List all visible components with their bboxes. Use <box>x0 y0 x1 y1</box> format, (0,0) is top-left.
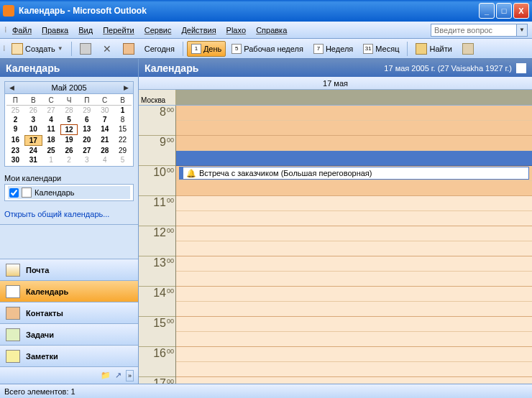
week-label: Неделя <box>326 45 353 53</box>
date-cell[interactable]: 12 <box>60 124 78 135</box>
date-cell[interactable]: 30 <box>96 106 114 115</box>
print-button[interactable] <box>75 41 96 57</box>
nav-calendar[interactable]: Календарь <box>0 280 138 302</box>
date-cell[interactable]: 2 <box>60 155 78 165</box>
calendar-pane-title: Календарь <box>145 63 198 74</box>
nav-mail[interactable]: Почта <box>0 259 138 280</box>
workweek-icon: 5 <box>231 44 242 54</box>
nav-notes[interactable]: Заметки <box>0 345 138 366</box>
date-cell[interactable]: 17 <box>24 135 42 146</box>
appointment-subject: Встреча с заказчиком (Большая переговорн… <box>199 169 372 177</box>
date-cell[interactable]: 28 <box>96 146 114 155</box>
date-cell[interactable]: 1 <box>114 106 132 115</box>
date-cell[interactable]: 9 <box>6 124 24 135</box>
today-button[interactable]: Сегодня <box>140 41 179 57</box>
calendar-list-item[interactable]: Календарь <box>8 186 130 199</box>
time-scale: 80090010001100120013001400150016001700 <box>139 106 176 384</box>
reminder-icon: 🔔 <box>186 169 196 178</box>
print-icon <box>80 43 91 55</box>
date-cell[interactable]: 25 <box>42 146 60 155</box>
app-icon <box>3 5 14 17</box>
date-cell[interactable]: 11 <box>42 124 60 135</box>
date-cell[interactable]: 5 <box>114 155 132 165</box>
menu-go[interactable]: Перейти <box>98 24 139 37</box>
date-cell[interactable]: 26 <box>60 146 78 155</box>
date-cell[interactable]: 27 <box>78 146 96 155</box>
date-cell[interactable]: 6 <box>78 115 96 124</box>
date-cell[interactable]: 22 <box>114 135 132 146</box>
new-button[interactable]: Создать▼ <box>7 41 68 57</box>
help-search-dropdown[interactable]: ▼ <box>517 24 528 37</box>
calendar-header-icon[interactable] <box>516 63 526 73</box>
date-cell[interactable]: 18 <box>42 135 60 146</box>
date-cell[interactable]: 31 <box>24 155 42 165</box>
menu-help[interactable]: Справка <box>251 24 292 37</box>
date-cell[interactable]: 14 <box>96 124 114 135</box>
address-book-button[interactable] <box>458 41 478 57</box>
date-cell[interactable]: 15 <box>114 124 132 135</box>
date-picker[interactable]: ПВСЧПСВ 25262728293012345678910111213141… <box>4 94 134 167</box>
nav-configure-button[interactable]: » <box>126 370 134 381</box>
find-label: Найти <box>429 45 451 53</box>
appointment-area[interactable]: 🔔 Встреча с заказчиком (Большая перегово… <box>176 106 532 384</box>
maximize-button[interactable]: □ <box>496 3 512 19</box>
day-view-button[interactable]: 1День <box>187 41 226 57</box>
calendar-nav-icon <box>6 285 20 298</box>
menu-service[interactable]: Сервис <box>139 24 177 37</box>
menu-actions[interactable]: Действия <box>176 24 221 37</box>
notes-icon <box>6 350 20 363</box>
workweek-view-button[interactable]: 5Рабочая неделя <box>227 41 308 57</box>
date-cell[interactable]: 1 <box>42 155 60 165</box>
date-cell[interactable]: 2 <box>6 115 24 124</box>
find-icon <box>416 43 427 55</box>
prev-month-button[interactable]: ◀ <box>7 84 17 91</box>
nav-shortcut-icon[interactable]: ↗ <box>115 371 121 380</box>
delete-button[interactable]: ✕ <box>97 41 117 57</box>
menu-view[interactable]: Вид <box>73 24 98 37</box>
date-cell[interactable]: 4 <box>42 115 60 124</box>
datepicker-month: Май 2005 <box>51 83 86 92</box>
nav-folder-icon[interactable]: 📁 <box>101 371 111 380</box>
date-cell[interactable]: 30 <box>6 155 24 165</box>
calendar-small-icon <box>22 188 32 198</box>
menu-edit[interactable]: Правка <box>37 24 73 37</box>
delete-icon: ✕ <box>101 43 113 55</box>
date-cell[interactable]: 16 <box>6 135 24 146</box>
date-cell[interactable]: 5 <box>60 115 78 124</box>
date-cell[interactable]: 29 <box>78 106 96 115</box>
allday-area[interactable] <box>176 90 532 105</box>
calendar-settings-button[interactable] <box>119 41 139 57</box>
new-icon <box>12 43 23 55</box>
week-view-button[interactable]: 7Неделя <box>309 41 357 57</box>
date-cell[interactable]: 13 <box>78 124 96 135</box>
date-cell[interactable]: 21 <box>96 135 114 146</box>
date-cell[interactable]: 19 <box>60 135 78 146</box>
menu-file[interactable]: Файл <box>7 24 37 37</box>
date-cell[interactable]: 3 <box>24 115 42 124</box>
date-cell[interactable]: 28 <box>60 106 78 115</box>
date-cell[interactable]: 8 <box>114 115 132 124</box>
date-cell[interactable]: 26 <box>24 106 42 115</box>
help-search-input[interactable] <box>431 24 517 37</box>
date-cell[interactable]: 29 <box>114 146 132 155</box>
date-cell[interactable]: 3 <box>78 155 96 165</box>
open-shared-calendar-link[interactable]: Открыть общий календарь... <box>0 204 138 224</box>
appointment-item[interactable]: 🔔 Встреча с заказчиком (Большая перегово… <box>179 167 529 180</box>
date-cell[interactable]: 20 <box>78 135 96 146</box>
find-button[interactable]: Найти <box>411 41 456 57</box>
next-month-button[interactable]: ▶ <box>121 84 131 91</box>
date-cell[interactable]: 4 <box>96 155 114 165</box>
close-button[interactable]: X <box>513 3 529 19</box>
date-cell[interactable]: 23 <box>6 146 24 155</box>
nav-contacts[interactable]: Контакты <box>0 302 138 323</box>
month-view-button[interactable]: 31Месяц <box>359 41 403 57</box>
minimize-button[interactable]: _ <box>479 3 495 19</box>
date-cell[interactable]: 24 <box>24 146 42 155</box>
date-cell[interactable]: 7 <box>96 115 114 124</box>
menu-plaxo[interactable]: Plaxo <box>221 24 252 37</box>
date-cell[interactable]: 27 <box>42 106 60 115</box>
date-cell[interactable]: 25 <box>6 106 24 115</box>
calendar-checkbox[interactable] <box>9 188 19 198</box>
nav-tasks[interactable]: Задачи <box>0 323 138 345</box>
date-cell[interactable]: 10 <box>24 124 42 135</box>
